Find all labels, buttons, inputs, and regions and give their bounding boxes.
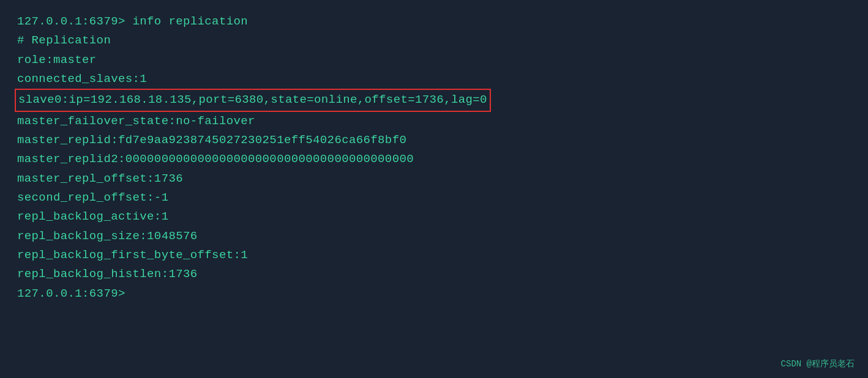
terminal-line-repl-backlog-size: repl_backlog_size:1048576 — [17, 227, 851, 246]
terminal-line-connected-slaves: connected_slaves:1 — [17, 70, 851, 89]
terminal-line-repl-backlog-first-byte: repl_backlog_first_byte_offset:1 — [17, 246, 851, 265]
terminal-line-second-repl-offset: second_repl_offset:-1 — [17, 188, 851, 207]
terminal-line-role: role:master — [17, 51, 851, 70]
highlighted-slave-line: slave0:ip=192.168.18.135,port=6380,state… — [15, 89, 491, 111]
terminal-line-prompt-end: 127.0.0.1:6379> — [17, 284, 851, 303]
terminal-window: 127.0.0.1:6379> info replication# Replic… — [0, 0, 868, 378]
terminal-line-slave0: slave0:ip=192.168.18.135,port=6380,state… — [17, 89, 851, 111]
terminal-line-repl-backlog-active: repl_backlog_active:1 — [17, 207, 851, 226]
terminal-line-master-failover: master_failover_state:no-failover — [17, 112, 851, 131]
terminal-line-section-header: # Replication — [17, 31, 851, 50]
terminal-line-master-repl-offset: master_repl_offset:1736 — [17, 169, 851, 188]
terminal-line-prompt-command: 127.0.0.1:6379> info replication — [17, 12, 851, 31]
watermark: CSDN @程序员老石 — [781, 358, 855, 369]
terminal-content: 127.0.0.1:6379> info replication# Replic… — [17, 12, 851, 303]
terminal-line-repl-backlog-histlen: repl_backlog_histlen:1736 — [17, 265, 851, 284]
terminal-line-master-replid2: master_replid2:0000000000000000000000000… — [17, 150, 851, 169]
terminal-line-master-replid: master_replid:fd7e9aa9238745027230251eff… — [17, 131, 851, 150]
